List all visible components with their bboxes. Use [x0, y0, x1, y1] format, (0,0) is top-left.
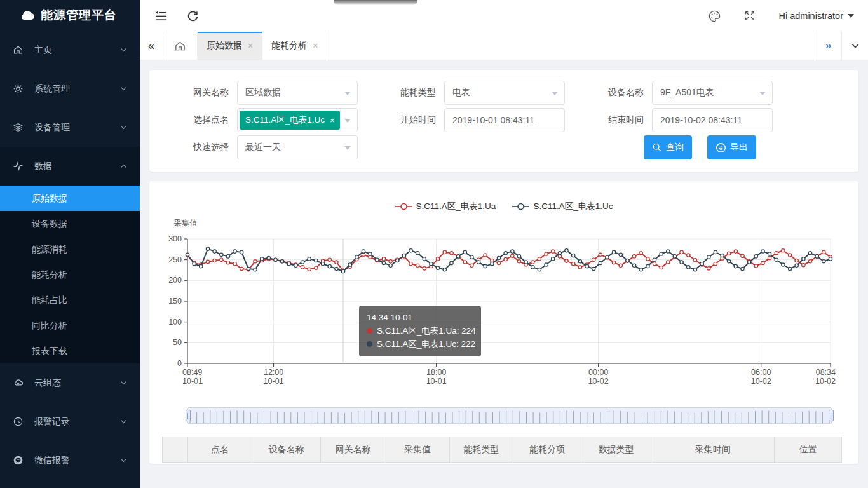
submenu-item-device-data[interactable]: 设备数据 [0, 211, 140, 236]
table-header-data-type: 数据类型 [581, 437, 651, 462]
table-header-row: 点名 设备名称 网关名称 采集值 能耗类型 能耗分项 数据类型 采集时间 位置 [162, 437, 842, 463]
datazoom-left-handle[interactable] [186, 410, 191, 421]
refresh-icon[interactable] [186, 9, 200, 23]
point-multiselect[interactable]: S.C11.A区_电表1.Uc× [237, 108, 358, 132]
chevron-up-icon [120, 163, 127, 170]
y-tick-label: 0 [177, 359, 182, 368]
table-header-energy-type: 能耗类型 [450, 437, 513, 462]
chart-tooltip: 14:34 10-01 S.C11.A区_电表1.Ua: 224 S.C11.A… [359, 306, 481, 356]
legend-item-ua[interactable]: S.C11.A区_电表1.Ua [395, 201, 496, 212]
x-tick-label: 10-02 [815, 377, 836, 386]
quick-select-value: 最近一天 [245, 142, 281, 153]
close-icon[interactable]: × [313, 41, 318, 51]
menu-fold-icon[interactable] [154, 9, 168, 23]
tabs-scroll-right-button[interactable]: » [815, 32, 841, 60]
app-title: 能源管理平台 [41, 7, 117, 24]
device-label: 设备名称 [599, 87, 644, 98]
end-time-label: 结束时间 [599, 114, 644, 126]
tag-text: S.C11.A区_电表1.Uc [245, 114, 325, 126]
device-select[interactable]: 9F_A501电表 [652, 81, 773, 105]
tab-raw-data[interactable]: 原始数据 × [198, 32, 262, 60]
caret-down-icon [848, 14, 854, 18]
chevron-down-icon [851, 41, 860, 50]
sidebar-item-label: 数据 [34, 161, 120, 172]
sidebar-item-label: 系统管理 [34, 83, 120, 95]
chevron-down-icon [120, 457, 127, 464]
remove-tag-icon[interactable]: × [330, 116, 335, 125]
datazoom-shadow [188, 408, 831, 423]
series-dot-icon [367, 341, 372, 347]
legend-item-uc[interactable]: S.C11.A区_电表1.Uc [512, 201, 613, 212]
app-root: 能源管理平台 主页 系统管理 设备管理 数据 [0, 0, 868, 488]
export-button[interactable]: 导出 [707, 135, 756, 159]
end-time-input[interactable]: 2019-10-02 08:43:11 [652, 108, 773, 132]
sidebar-submenu-data: 原始数据 设备数据 能源消耗 能耗分析 能耗占比 同比分析 报表下载 [0, 186, 140, 363]
main-area: Hi administrator « 原始数据 × 能耗分析 × » [140, 0, 868, 488]
submenu-item-energy-proportion[interactable]: 能耗占比 [0, 287, 140, 313]
gear-icon [13, 83, 24, 94]
y-tick-label: 100 [168, 318, 182, 327]
sidebar-item-data[interactable]: 数据 [0, 147, 140, 186]
tab-energy-analysis[interactable]: 能耗分析 × [262, 32, 327, 60]
y-axis-title: 采集值 [173, 219, 198, 227]
select-caret-icon [344, 119, 351, 123]
query-button[interactable]: 查询 [644, 135, 692, 159]
home-tab-icon [174, 40, 186, 52]
legend-label: S.C11.A区_电表1.Uc [533, 201, 613, 212]
select-caret-icon [552, 92, 558, 95]
datazoom-right-handle[interactable] [829, 410, 834, 421]
wechat-icon [13, 455, 24, 466]
x-tick-label: 06:00 [751, 368, 771, 377]
start-time-input[interactable]: 2019-10-01 08:43:11 [444, 108, 565, 132]
topbar: Hi administrator [140, 0, 868, 32]
sidebar-item-system[interactable]: 系统管理 [0, 69, 140, 108]
submenu-item-report-download[interactable]: 报表下载 [0, 338, 140, 363]
app-logo: 能源管理平台 [0, 0, 140, 30]
sidebar-item-cloud-config[interactable]: 云组态 [0, 363, 140, 402]
x-tick-label: 08:49 [182, 368, 202, 377]
sidebar-item-device[interactable]: 设备管理 [0, 108, 140, 147]
table-header-device: 设备名称 [252, 437, 320, 462]
tooltip-value: S.C11.A区_电表1.Ua: 224 [377, 324, 476, 337]
submenu-item-yoy-analysis[interactable]: 同比分析 [0, 313, 140, 338]
query-button-label: 查询 [666, 142, 684, 153]
chevron-down-icon [120, 85, 127, 92]
tabs-scroll-left-button[interactable]: « [140, 32, 163, 60]
start-time-value: 2019-10-01 08:43:11 [452, 115, 534, 125]
energy-type-select[interactable]: 电表 [444, 81, 565, 105]
y-tick-label: 250 [168, 255, 182, 264]
datazoom-slider[interactable] [187, 407, 832, 424]
content: 网关名称 区域数据 能耗类型 电表 设备名称 9F_A501电表 选择点名 S.… [140, 60, 868, 488]
chevron-down-icon [120, 379, 127, 386]
line-chart-canvas[interactable]: 05010015020025030008:4910-0112:0010-0118… [149, 213, 855, 395]
tabbar-spacer [327, 32, 815, 60]
gateway-select[interactable]: 区域数据 [237, 81, 358, 105]
close-icon[interactable]: × [248, 41, 253, 51]
select-caret-icon [759, 92, 766, 95]
chevron-down-icon [120, 124, 127, 131]
user-menu[interactable]: Hi administrator [778, 11, 854, 21]
y-tick-label: 300 [168, 234, 182, 243]
quick-select[interactable]: 最近一天 [237, 135, 358, 159]
gateway-select-value: 区域数据 [245, 87, 281, 98]
theme-palette-icon[interactable] [707, 9, 721, 23]
x-tick-label: 18:00 [426, 368, 446, 377]
table-header-energy-item: 能耗分项 [513, 437, 581, 462]
device-select-value: 9F_A501电表 [660, 87, 714, 98]
layers-icon [13, 122, 24, 133]
submenu-item-energy-analysis[interactable]: 能耗分析 [0, 262, 140, 287]
tooltip-value: S.C11.A区_电表1.Uc: 222 [377, 337, 475, 351]
sidebar-item-home[interactable]: 主页 [0, 30, 140, 69]
chart-panel: S.C11.A区_电表1.Ua S.C11.A区_电表1.Uc 05010015… [149, 181, 858, 464]
sidebar-item-alarm-records[interactable]: 报警记录 [0, 402, 140, 441]
fullscreen-icon[interactable] [743, 9, 757, 23]
submenu-item-raw-data[interactable]: 原始数据 [0, 186, 140, 211]
table-header-value: 采集值 [386, 437, 451, 462]
tabbar: « 原始数据 × 能耗分析 × » [140, 32, 868, 60]
cloud-upload-icon [13, 377, 24, 388]
tab-home[interactable] [163, 32, 198, 60]
tabs-menu-button[interactable] [841, 32, 868, 60]
energy-type-select-value: 电表 [452, 87, 470, 98]
submenu-item-energy-consumption[interactable]: 能源消耗 [0, 236, 140, 262]
sidebar-item-wechat-alarm[interactable]: 微信报警 [0, 441, 140, 480]
